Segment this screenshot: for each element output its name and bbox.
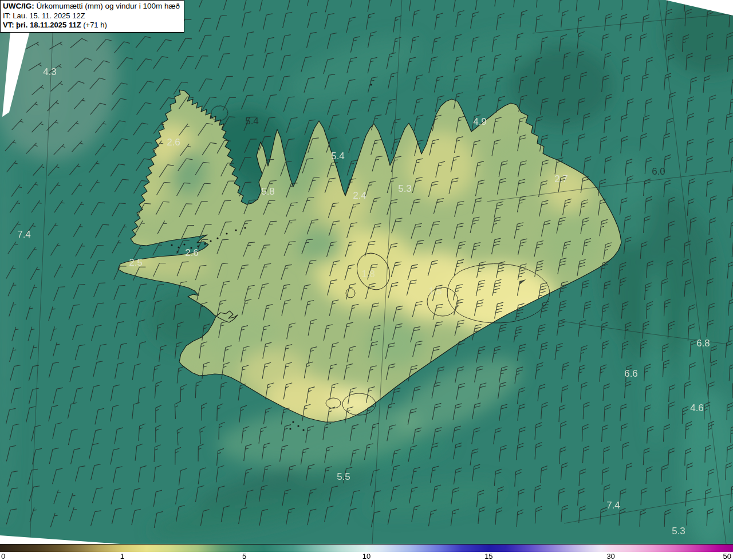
map-value-label-faint: 1.5: [428, 286, 442, 297]
colorbar-scale: 01510153050: [0, 552, 733, 560]
map-value-label: 7.4: [17, 229, 31, 240]
map-value-label: 4.6: [690, 403, 704, 413]
map-value-label: 2.6: [185, 247, 199, 258]
map-value-label: 4.3: [43, 66, 57, 77]
colorbar-tick-label: 50: [723, 552, 731, 560]
map-value-label: 5.8: [261, 186, 275, 197]
colorbar-tick-label: 30: [606, 552, 614, 560]
map-value-label: 5.4: [245, 116, 259, 127]
colorbar-tick-label: 0: [1, 552, 5, 560]
colorbar-tick-label: 15: [484, 552, 492, 560]
map-value-label: 2.4: [353, 190, 366, 201]
weather-map-app: 4.35.44.92.65.46.02.75.85.32.47.42.62.56…: [0, 0, 733, 560]
map-value-label: 2.5: [129, 257, 143, 268]
map-value-label: 5.3: [398, 183, 412, 194]
map-value-label: 2.7: [554, 173, 568, 184]
map-value-label: 2.6: [167, 137, 180, 148]
init-time: IT: Lau. 15. 11. 2025 12Z: [3, 11, 180, 21]
product-code: UWC/IG:: [3, 2, 34, 10]
map-value-label-faint: 1.8: [361, 269, 375, 279]
valid-offset: (+71 h): [81, 21, 107, 29]
map-value-label: 6.8: [696, 338, 710, 349]
map-value-label: 7.4: [606, 500, 620, 511]
map-value-label: 5.5: [337, 471, 350, 482]
map-value-label: 4.9: [473, 116, 487, 127]
product-title: UWC/IG: Úrkomumætti (mm) og vindur i 100…: [3, 2, 180, 11]
map-value-label: 5.4: [331, 151, 345, 161]
product-desc: Úrkomumætti (mm) og vindur i 100m hæð: [34, 2, 180, 10]
colorbar-tick-label: 5: [242, 552, 246, 560]
colorbar: 01510153050: [0, 544, 733, 560]
title-box: UWC/IG: Úrkomumætti (mm) og vindur i 100…: [0, 0, 184, 33]
valid-time: VT: þri. 18.11.2025 11Z: [3, 21, 81, 29]
colorbar-gradient: [0, 544, 733, 553]
map-canvas: 4.35.44.92.65.46.02.75.85.32.47.42.62.56…: [0, 0, 733, 544]
map-value-label: 5.3: [672, 526, 685, 537]
valid-time-line: VT: þri. 18.11.2025 11Z (+71 h): [3, 21, 180, 30]
map-value-label: 6.0: [652, 166, 665, 177]
colorbar-tick-label: 1: [120, 552, 124, 560]
colorbar-tick-label: 10: [362, 552, 371, 560]
map-value-label: 6.6: [624, 368, 638, 379]
